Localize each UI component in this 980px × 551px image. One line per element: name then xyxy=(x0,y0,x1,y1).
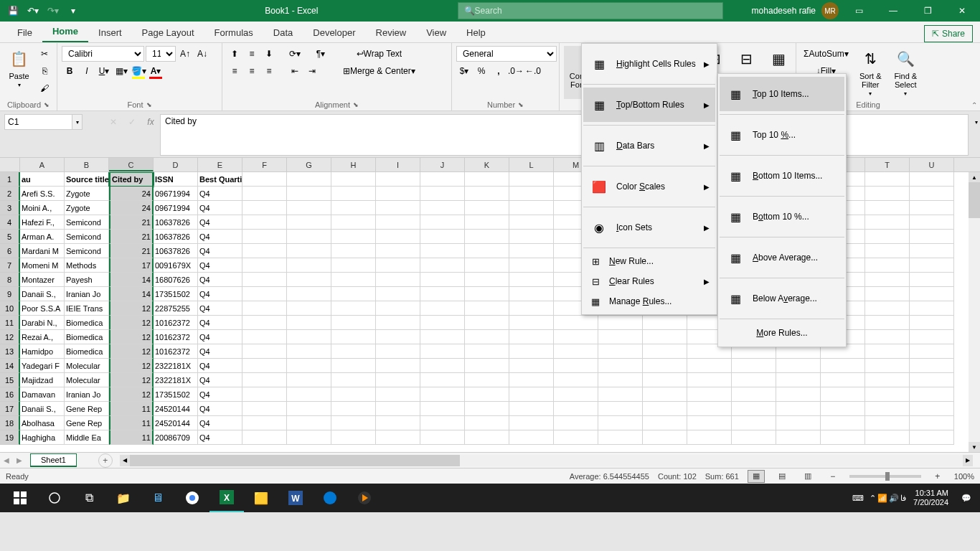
qat-customize[interactable]: ▾ xyxy=(64,1,83,20)
cell-T11[interactable] xyxy=(865,316,910,330)
cell-K1[interactable] xyxy=(465,172,509,187)
cell-U19[interactable] xyxy=(910,430,954,445)
icon-sets-item[interactable]: ◉ Icon Sets ▶ xyxy=(583,210,715,245)
paste-button[interactable]: 📋 Paste ▾ xyxy=(4,46,34,99)
tab-data[interactable]: Data xyxy=(263,23,303,42)
cell-B17[interactable]: Gene Rep xyxy=(65,402,109,416)
cell-L19[interactable] xyxy=(509,430,554,445)
align-center-button[interactable]: ≡ xyxy=(244,63,260,79)
cell-N12[interactable] xyxy=(598,330,643,344)
cell-U8[interactable] xyxy=(910,273,954,287)
cell-L13[interactable] xyxy=(509,344,554,359)
cell-U5[interactable] xyxy=(910,230,954,244)
cell-D4[interactable]: 10637826 xyxy=(154,215,198,230)
cell-I15[interactable] xyxy=(376,373,420,387)
cell-K4[interactable] xyxy=(465,215,509,230)
find-select-button[interactable]: 🔍Find & Select▾ xyxy=(890,46,922,99)
cell-E12[interactable]: Q4 xyxy=(198,330,242,344)
cell-E16[interactable]: Q4 xyxy=(198,387,242,402)
cell-K5[interactable] xyxy=(465,230,509,244)
cell-G13[interactable] xyxy=(287,344,331,359)
close-button[interactable]: ✕ xyxy=(948,0,976,22)
cell-J6[interactable] xyxy=(420,244,465,258)
media-player-button[interactable] xyxy=(347,484,382,512)
cell-P16[interactable] xyxy=(687,387,732,402)
cell-S19[interactable] xyxy=(821,430,865,445)
cell-H13[interactable] xyxy=(331,344,376,359)
file-explorer-button[interactable]: 📁 xyxy=(106,484,141,512)
save-button[interactable]: 💾 xyxy=(4,1,22,20)
cell-U17[interactable] xyxy=(910,402,954,416)
merge-center-button[interactable]: ⊞ Merge & Center ▾ xyxy=(339,63,420,79)
col-header-D[interactable]: D xyxy=(154,158,198,171)
cell-F1[interactable] xyxy=(242,172,287,187)
enter-formula-button[interactable]: ✓ xyxy=(123,114,141,130)
cell-Q15[interactable] xyxy=(732,373,776,387)
col-header-J[interactable]: J xyxy=(420,158,465,171)
tab-developer[interactable]: Developer xyxy=(303,23,365,42)
cell-C7[interactable]: 17 xyxy=(109,258,154,273)
cell-U10[interactable] xyxy=(910,301,954,316)
cell-P15[interactable] xyxy=(687,373,732,387)
cell-H12[interactable] xyxy=(331,330,376,344)
cell-F8[interactable] xyxy=(242,273,287,287)
cell-C15[interactable]: 12 xyxy=(109,373,154,387)
cell-F13[interactable] xyxy=(242,344,287,359)
cell-I10[interactable] xyxy=(376,301,420,316)
minimize-button[interactable]: — xyxy=(879,0,908,22)
tab-file[interactable]: File xyxy=(7,23,42,42)
cell-B18[interactable]: Gene Rep xyxy=(65,416,109,430)
cell-T12[interactable] xyxy=(865,330,910,344)
cell-T9[interactable] xyxy=(865,287,910,301)
cell-T7[interactable] xyxy=(865,258,910,273)
manage-rules-item[interactable]: ▦ Manage Rules... xyxy=(583,291,715,311)
top-10-percent-item[interactable]: ▦ Top 10 %... xyxy=(720,118,844,152)
cell-F10[interactable] xyxy=(242,301,287,316)
cell-H7[interactable] xyxy=(331,258,376,273)
cell-E3[interactable]: Q4 xyxy=(198,201,242,215)
cell-L17[interactable] xyxy=(509,402,554,416)
task-view-button[interactable]: ⧉ xyxy=(72,484,106,512)
fx-button[interactable]: fx xyxy=(141,114,160,130)
scroll-up-button[interactable]: ▲ xyxy=(969,172,980,182)
cell-G17[interactable] xyxy=(287,402,331,416)
orientation-button[interactable]: ⟳▾ xyxy=(287,46,303,62)
decrease-indent-button[interactable]: ⇤ xyxy=(287,63,303,79)
increase-font-button[interactable]: A↑ xyxy=(177,46,193,62)
cell-E9[interactable]: Q4 xyxy=(198,287,242,301)
cell-F3[interactable] xyxy=(242,201,287,215)
cell-K2[interactable] xyxy=(465,187,509,201)
cell-E1[interactable]: Best Quartile xyxy=(198,172,242,187)
clipboard-launcher[interactable]: ⬊ xyxy=(44,101,50,108)
row-header-19[interactable]: 19 xyxy=(0,430,20,445)
cell-D18[interactable]: 24520144 xyxy=(154,416,198,430)
share-button[interactable]: ⇱ Share xyxy=(924,25,973,42)
cell-I19[interactable] xyxy=(376,430,420,445)
cell-G4[interactable] xyxy=(287,215,331,230)
cell-R17[interactable] xyxy=(776,402,821,416)
italic-button[interactable]: I xyxy=(79,63,95,79)
expand-formula-bar[interactable]: ▾ xyxy=(969,114,980,130)
row-header-15[interactable]: 15 xyxy=(0,373,20,387)
cell-M16[interactable] xyxy=(554,387,598,402)
cell-E5[interactable]: Q4 xyxy=(198,230,242,244)
cell-T16[interactable] xyxy=(865,387,910,402)
cell-E8[interactable]: Q4 xyxy=(198,273,242,287)
row-header-18[interactable]: 18 xyxy=(0,416,20,430)
new-rule-item[interactable]: ⊞ New Rule... xyxy=(583,251,715,271)
cell-H18[interactable] xyxy=(331,416,376,430)
cell-S18[interactable] xyxy=(821,416,865,430)
cell-C19[interactable]: 11 xyxy=(109,430,154,445)
cell-H4[interactable] xyxy=(331,215,376,230)
excel-button[interactable]: X xyxy=(209,484,244,512)
cell-D2[interactable]: 09671994 xyxy=(154,187,198,201)
cell-I6[interactable] xyxy=(376,244,420,258)
row-header-17[interactable]: 17 xyxy=(0,402,20,416)
undo-button[interactable]: ↶▾ xyxy=(24,1,42,20)
cell-T17[interactable] xyxy=(865,402,910,416)
cell-A1[interactable]: au xyxy=(20,172,65,187)
row-header-8[interactable]: 8 xyxy=(0,273,20,287)
col-header-C[interactable]: C xyxy=(109,158,154,171)
cell-N18[interactable] xyxy=(598,416,643,430)
app-button-1[interactable]: 🟨 xyxy=(244,484,278,512)
